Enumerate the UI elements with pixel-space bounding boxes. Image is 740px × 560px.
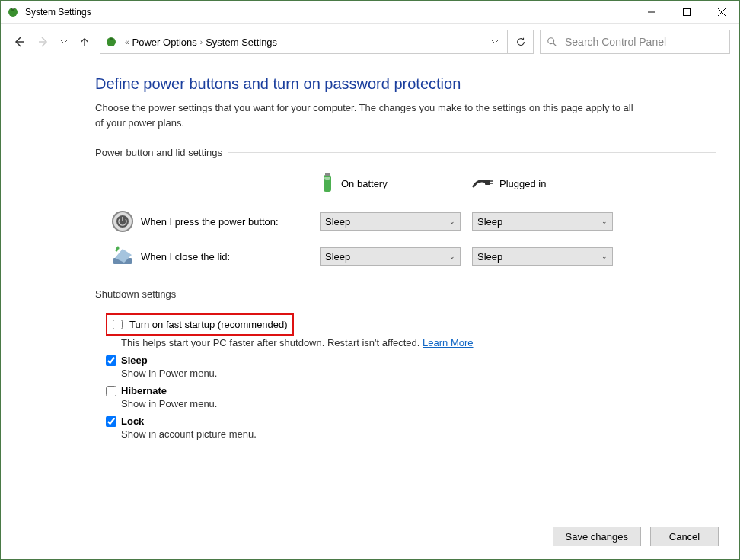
search-input[interactable] [540,30,730,54]
label-fast-startup: Turn on fast startup (recommended) [129,319,288,330]
breadcrumb[interactable]: « Power Options › System Settings [100,30,508,54]
svg-line-12 [553,43,557,46]
svg-point-15 [324,177,330,180]
close-button[interactable] [704,1,739,24]
desc-hibernate: Show in Power menu. [121,398,716,409]
forward-button[interactable] [34,33,53,51]
window-title: System Settings [25,7,634,18]
lid-icon [110,244,135,269]
col-plugged-label: Plugged in [499,178,546,189]
chevron-down-icon: ⌄ [449,218,455,225]
label-hibernate: Hibernate [121,385,167,396]
page-title: Define power buttons and turn on passwor… [95,75,716,93]
select-press-plugged[interactable]: Sleep⌄ [472,212,613,231]
content: Define power buttons and turn on passwor… [1,60,739,440]
cancel-button[interactable]: Cancel [650,527,719,546]
search-icon [547,37,557,47]
save-button[interactable]: Save changes [553,527,641,546]
desc-sleep: Show in Power menu. [121,368,716,379]
app-icon [7,6,19,18]
chevron-down-icon: ⌄ [601,218,608,225]
svg-rect-14 [325,173,330,176]
checkbox-lock[interactable] [106,416,116,427]
fast-startup-highlight: Turn on fast startup (recommended) [106,313,294,336]
row-press-label: When I press the power button: [141,216,279,228]
chevron-down-icon: ⌄ [449,253,455,260]
svg-rect-16 [485,180,490,185]
chevron-right-icon: › [200,38,203,46]
power-button-icon [110,209,135,234]
up-button[interactable] [75,33,94,51]
section-power-button: Power button and lid settings [95,147,716,158]
col-battery-label: On battery [341,178,388,189]
select-press-battery[interactable]: Sleep⌄ [320,212,461,231]
breadcrumb-dropdown[interactable] [487,38,502,46]
svg-rect-10 [110,38,113,40]
checkbox-sleep[interactable] [106,355,116,366]
desc-lock: Show in account picture menu. [121,428,716,440]
checkbox-hibernate[interactable] [106,386,116,396]
desc-fast-startup: This helps start your PC faster after sh… [121,337,716,348]
chevron-down-icon: ⌄ [601,253,608,260]
svg-point-11 [548,38,554,44]
section-shutdown: Shutdown settings [95,288,716,300]
battery-icon [320,172,335,196]
plug-icon [472,176,493,192]
checkbox-fast-startup[interactable] [113,320,123,329]
select-lid-plugged[interactable]: Sleep⌄ [472,247,613,266]
search-field[interactable] [563,35,723,49]
breadcrumb-item-power-options[interactable]: Power Options [132,37,197,48]
recent-dropdown[interactable] [59,33,69,51]
back-button[interactable] [10,33,28,51]
svg-rect-4 [684,8,691,15]
titlebar: System Settings [1,1,739,24]
maximize-button[interactable] [669,1,704,24]
row-lid-label: When I close the lid: [141,251,230,262]
minimize-button[interactable] [634,1,669,24]
refresh-button[interactable] [508,30,534,54]
navbar: « Power Options › System Settings [1,24,739,60]
breadcrumb-icon [105,36,117,48]
select-lid-battery[interactable]: Sleep⌄ [320,247,461,266]
svg-rect-2 [12,8,14,9]
learn-more-link[interactable]: Learn More [423,337,473,348]
label-lock: Lock [121,415,144,427]
breadcrumb-item-system-settings[interactable]: System Settings [206,37,277,48]
page-description: Choose the power settings that you want … [95,100,643,130]
label-sleep: Sleep [121,355,148,366]
chevron-left-icon: « [125,38,129,46]
